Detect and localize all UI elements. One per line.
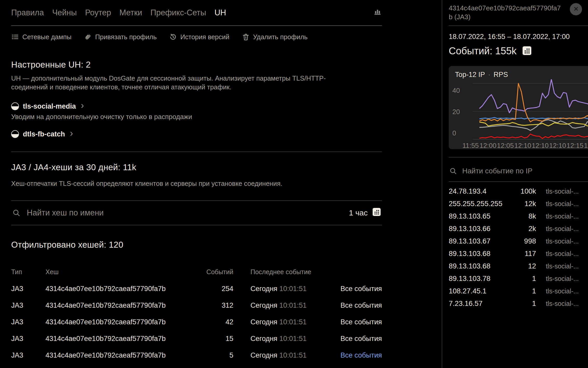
ip-list: 24.78.193.4 100k tls-social-... 255.255.… — [449, 185, 588, 310]
uh-profile-row[interactable]: dtls-fb-catch › — [11, 129, 382, 140]
ip-profile-name: tls-social-... — [536, 238, 588, 245]
hashes-section-description: Хеш-отпечатки TLS-сессий определяют клие… — [11, 179, 358, 188]
details-sidebar: 4314c4ae07ee10b792caeaf57790fa7b (JA3) 1… — [442, 0, 588, 368]
uh-profile-row[interactable]: tls-social-media › — [11, 101, 382, 112]
series-yellow-line — [479, 122, 588, 126]
hash-value: 4314c4ae07ee10b792caeaf57790fa7b — [45, 301, 190, 310]
nav-item-uh[interactable]: UH — [214, 8, 226, 17]
hash-table-row: JA3 4314c4ae07ee10b792caeaf57790fa7b 15 … — [11, 330, 382, 347]
nav-item-router[interactable]: Роутер — [85, 8, 111, 17]
nav-item-rules[interactable]: Правила — [11, 8, 44, 17]
period-selector[interactable]: 1 час — [349, 208, 381, 218]
svg-text:12:15: 12:15 — [566, 142, 583, 149]
ip-address: 89.13.103.78 — [449, 274, 513, 283]
all-events-link[interactable]: Все события — [335, 301, 382, 310]
network-dumps-button[interactable]: Сетевые дампы — [11, 33, 71, 41]
last-event-day: Сегодня — [250, 285, 277, 293]
svg-text:0: 0 — [452, 129, 456, 137]
hash-table-row: JA3 4314c4ae07ee10b792caeaf57790fa7b 312… — [11, 297, 382, 314]
close-button[interactable] — [570, 3, 582, 15]
uh-section-description: UH — дополнительный модуль DosGate для с… — [11, 74, 358, 91]
sidebar-divider — [449, 25, 588, 26]
sidebar-divider — [449, 181, 588, 182]
events-calendar-button[interactable] — [522, 46, 532, 56]
ip-address: 7.23.16.57 — [449, 299, 513, 308]
ip-event-count: 100k — [513, 187, 536, 195]
ip-profile-name: tls-social-... — [536, 188, 588, 195]
last-event-day: Сегодня — [250, 318, 277, 326]
ip-list-item[interactable]: 89.13.103.66 2k tls-social-... — [449, 222, 588, 235]
hash-events: 15 — [190, 335, 233, 343]
ip-profile-name: tls-social-... — [536, 200, 588, 208]
hash-type: JA3 — [11, 285, 45, 293]
toolbar-label: Сетевые дампы — [22, 33, 71, 41]
svg-text:40: 40 — [452, 87, 460, 94]
chart-unit: RPS — [494, 71, 508, 79]
ip-list-item[interactable]: 89.13.103.68 12 tls-social-... — [449, 260, 588, 272]
nav-item-labels[interactable]: Метки — [120, 8, 142, 17]
svg-text:12:10: 12:10 — [532, 142, 549, 149]
ip-address: 89.13.103.68 — [449, 249, 513, 258]
ip-list-item[interactable]: 89.13.103.78 1 tls-social-... — [449, 272, 588, 285]
last-event-time: 10:01:51 — [279, 301, 307, 309]
col-last-event: Последнее событие — [233, 268, 335, 276]
hash-events: 254 — [190, 285, 233, 293]
ip-list-item[interactable]: 89.13.103.65 8k tls-social-... — [449, 210, 588, 222]
hash-type: JA3 — [11, 335, 45, 343]
ip-profile-name: tls-social-... — [536, 287, 588, 295]
version-history-button[interactable]: История версий — [169, 33, 229, 41]
all-events-link[interactable]: Все события — [335, 285, 382, 293]
ip-search-input[interactable] — [462, 167, 587, 175]
ip-list-item[interactable]: 89.13.103.67 998 tls-social-... — [449, 235, 588, 247]
filtered-hashes-title: Отфильтровано хешей: 120 — [11, 240, 382, 250]
ip-list-item[interactable]: 108.27.45.1 1 tls-social-... — [449, 285, 588, 297]
svg-text:11:55: 11:55 — [462, 142, 479, 149]
rps-chart-svg: 0204011:5512:0012:0512:1012:1012:1012:15… — [449, 79, 588, 149]
chart-title-separator: · — [488, 71, 491, 79]
ip-profile-name: tls-social-... — [536, 262, 588, 270]
uh-profiles: tls-social-media › Уводим на дополнитель… — [11, 101, 382, 140]
hash-value: 4314c4ae07ee10b792caeaf57790fa7b — [45, 285, 190, 293]
col-type: Тип — [11, 268, 45, 276]
ip-event-count: 1 — [513, 287, 536, 295]
nav-item-chains[interactable]: Чейны — [52, 8, 77, 17]
chart-title: Top-12 IP — [455, 71, 485, 79]
bar-chart-icon — [373, 8, 382, 17]
svg-text:12:05: 12:05 — [497, 142, 514, 149]
all-events-link[interactable]: Все события — [335, 318, 382, 326]
rps-chart-panel: Top-12 IP · RPS 0204011:5512:0012:0512:1… — [449, 66, 588, 149]
hash-table-row: JA3 4314c4ae07ee10b792caeaf57790fa7b 254… — [11, 280, 382, 297]
bind-profile-button[interactable]: Привязать профиль — [84, 33, 157, 41]
svg-text:12:10: 12:10 — [514, 142, 531, 149]
hash-table-body: JA3 4314c4ae07ee10b792caeaf57790fa7b 254… — [11, 280, 382, 364]
ip-list-item[interactable]: 24.78.193.4 100k tls-social-... — [449, 185, 588, 198]
calendar-icon — [372, 208, 381, 218]
nav-item-prefix-sets[interactable]: Префикс-Сеты — [150, 8, 206, 17]
toolbar: Сетевые дампы Привязать профиль История … — [11, 31, 382, 43]
top-nav-row: ПравилаЧейныРоутерМеткиПрефикс-СетыUH — [11, 0, 382, 25]
last-event-day: Сегодня — [250, 301, 277, 309]
hash-value: 4314c4ae07ee10b792caeaf57790fa7b — [45, 335, 190, 343]
main-panel: ПравилаЧейныРоутерМеткиПрефикс-СетыUH Се… — [11, 0, 382, 364]
chart-title-row: Top-12 IP · RPS — [449, 66, 588, 79]
search-icon — [12, 209, 21, 217]
close-icon — [573, 6, 579, 12]
toolbar-label: Привязать профиль — [95, 33, 157, 41]
ip-event-count: 1 — [513, 274, 536, 283]
ip-profile-name: tls-social-... — [536, 213, 588, 220]
all-events-link[interactable]: Все события — [335, 351, 382, 359]
section-divider — [11, 225, 382, 225]
ip-list-item[interactable]: 89.13.103.68 117 tls-social-... — [449, 247, 588, 260]
ip-list-item[interactable]: 7.23.16.57 1 tls-social-... — [449, 297, 588, 310]
trash-icon — [242, 33, 250, 41]
delete-profile-button[interactable]: Удалить профиль — [242, 33, 308, 41]
hash-events: 312 — [190, 301, 233, 310]
ip-list-item[interactable]: 255.255.255.255 12k tls-social-... — [449, 198, 588, 210]
hash-search-input[interactable] — [27, 208, 343, 218]
hash-type: JA3 — [11, 318, 45, 326]
hash-search-row: 1 час — [11, 201, 382, 225]
stats-button[interactable] — [373, 8, 382, 17]
all-events-link[interactable]: Все события — [335, 335, 382, 343]
profile-note: Уводим на дополнительную очистку только … — [11, 113, 382, 121]
ip-profile-name: tls-social-... — [536, 225, 588, 233]
